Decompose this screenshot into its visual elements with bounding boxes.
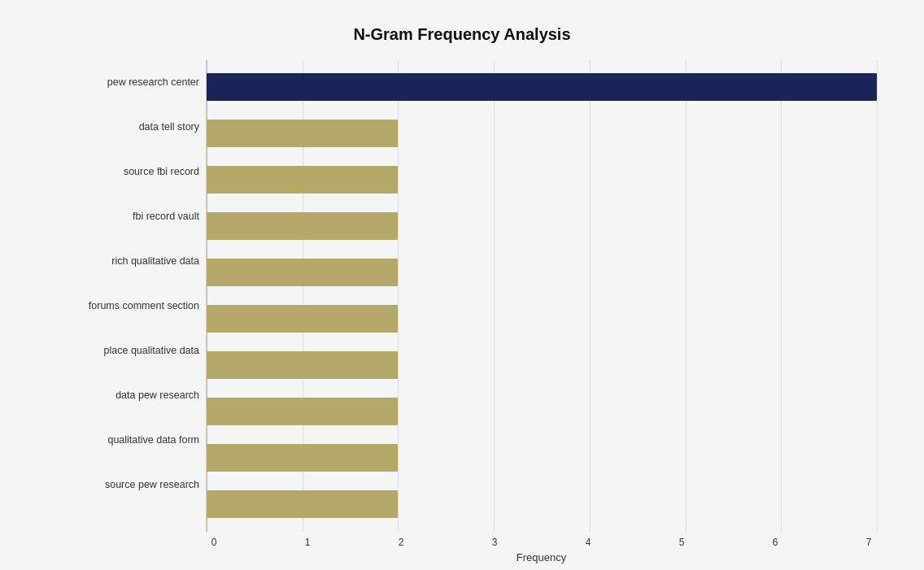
bar — [207, 166, 398, 194]
y-label: fbi record vault — [133, 196, 199, 237]
x-tick-label: 0 — [206, 537, 222, 548]
y-label: place qualitative data — [104, 330, 199, 371]
grid-line — [877, 60, 878, 532]
bar — [207, 120, 398, 147]
y-label: rich qualitative data — [111, 241, 199, 281]
y-label: source fbi record — [124, 151, 199, 192]
bar-row — [207, 348, 877, 382]
plot-area — [206, 60, 877, 532]
bar-row — [207, 209, 877, 243]
x-axis: 01234567 — [206, 532, 877, 548]
bar — [207, 398, 398, 425]
y-axis-labels: pew research centerdata tell storysource… — [47, 60, 206, 532]
x-tick-labels: 01234567 — [206, 537, 877, 548]
x-tick-label: 6 — [767, 537, 783, 548]
bar — [207, 305, 398, 333]
x-tick-label: 4 — [580, 537, 596, 548]
chart-area: pew research centerdata tell storysource… — [47, 60, 877, 532]
bars-wrapper — [207, 60, 877, 532]
bar-row — [207, 70, 877, 104]
bar — [207, 259, 398, 286]
bar-row — [207, 302, 877, 336]
bar-row — [207, 163, 877, 197]
bar-row — [207, 487, 877, 521]
x-tick-label: 7 — [861, 537, 877, 548]
bar-row — [207, 255, 877, 289]
x-tick-label: 1 — [299, 537, 316, 548]
y-label: source pew research — [105, 464, 199, 505]
bar — [207, 444, 398, 472]
y-label: pew research center — [107, 62, 199, 102]
y-label: forums comment section — [89, 285, 199, 326]
x-tick-label: 2 — [393, 537, 409, 548]
x-tick-label: 5 — [673, 537, 690, 548]
y-label: qualitative data form — [107, 420, 199, 460]
bar — [207, 490, 398, 518]
bar — [207, 73, 877, 101]
bars-region — [206, 60, 877, 532]
bar-row — [207, 116, 877, 150]
y-label: data pew research — [116, 375, 199, 416]
x-tick-label: 3 — [486, 537, 503, 548]
bar — [207, 212, 398, 240]
y-label: data tell story — [139, 107, 199, 147]
chart-container: N-Gram Frequency Analysis pew research c… — [15, 9, 909, 562]
bar-row — [207, 441, 877, 475]
chart-title: N-Gram Frequency Analysis — [47, 25, 877, 44]
bar-row — [207, 394, 877, 429]
bar — [207, 351, 398, 379]
x-axis-title: Frequency — [206, 551, 877, 563]
